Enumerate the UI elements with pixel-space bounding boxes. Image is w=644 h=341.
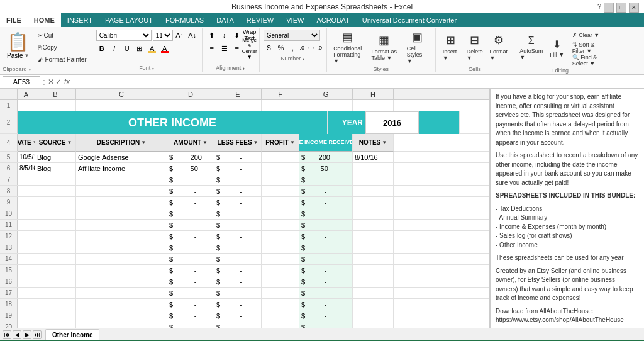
insert-button[interactable]: ⊞ Insert ▼	[440, 30, 462, 65]
cell-d5[interactable]: $ 200	[167, 152, 214, 162]
cell-f6[interactable]	[262, 163, 299, 174]
cell-b19[interactable]	[35, 310, 76, 321]
cell-c10[interactable]	[76, 208, 167, 219]
cell-f9[interactable]	[262, 197, 299, 208]
cell-a16[interactable]	[18, 276, 35, 287]
cell-d10[interactable]: $ -	[167, 208, 214, 219]
tab-data[interactable]: DATA	[210, 13, 240, 27]
cell-e16[interactable]: $ -	[214, 276, 262, 287]
header-profit[interactable]: PROFIT▼	[262, 134, 299, 152]
header-description[interactable]: DESCRIPTION▼	[76, 134, 167, 152]
bold-button[interactable]: B	[96, 43, 108, 54]
cell-b20[interactable]	[35, 321, 76, 328]
cell-c19[interactable]	[76, 310, 167, 321]
formula-input[interactable]	[72, 76, 641, 87]
cell-d7[interactable]: $ -	[167, 174, 214, 185]
name-box[interactable]	[3, 76, 40, 87]
cell-f17[interactable]	[262, 288, 299, 298]
format-painter-button[interactable]: 🖌 Format Painter	[35, 53, 89, 65]
col-header-c[interactable]: C	[76, 89, 167, 99]
cell-b9[interactable]	[35, 197, 76, 208]
tab-formulas[interactable]: FORMULAS	[159, 13, 210, 27]
align-left-button[interactable]: ≡	[206, 43, 218, 54]
cell-c8[interactable]	[76, 186, 167, 196]
cell-g13[interactable]: $ -	[299, 242, 353, 253]
tab-home[interactable]: HOME	[28, 13, 61, 27]
dollar-button[interactable]: $	[264, 42, 275, 53]
cell-b1[interactable]	[35, 100, 76, 111]
cell-e7[interactable]: $ -	[214, 174, 262, 185]
cell-a19[interactable]	[18, 310, 35, 321]
cell-e20[interactable]: $ -	[214, 321, 262, 328]
cell-c7[interactable]	[76, 174, 167, 185]
cell-h7[interactable]	[353, 174, 394, 185]
cell-a15[interactable]	[18, 265, 35, 276]
fill-color-button[interactable]: A	[147, 43, 158, 54]
cell-c5[interactable]: Google Adsense	[76, 152, 167, 162]
cell-c15[interactable]	[76, 265, 167, 276]
tab-review[interactable]: REVIEW	[240, 13, 280, 27]
cell-b17[interactable]	[35, 288, 76, 298]
cell-e1[interactable]	[214, 100, 262, 111]
cell-a20[interactable]	[18, 321, 35, 328]
cell-f1[interactable]	[262, 100, 299, 111]
format-as-table-button[interactable]: ▦ Format asTable ▼	[367, 30, 401, 65]
cell-h6[interactable]	[353, 163, 394, 174]
cell-a1[interactable]	[18, 100, 35, 111]
cell-e15[interactable]: $ -	[214, 265, 262, 276]
copy-button[interactable]: ⎘ Copy	[35, 42, 89, 53]
cell-h12[interactable]	[353, 231, 394, 242]
format-button[interactable]: ⚙ Format ▼	[487, 30, 510, 65]
cell-h15[interactable]	[353, 265, 394, 276]
cell-h14[interactable]	[353, 254, 394, 264]
cell-e12[interactable]: $ -	[214, 231, 262, 242]
cell-d20[interactable]: $ -	[167, 321, 214, 328]
cell-a6[interactable]: 8/5/16	[18, 163, 35, 174]
cell-a5[interactable]: 10/5/16	[18, 152, 35, 162]
cell-e5[interactable]: $ -	[214, 152, 262, 162]
font-size-select[interactable]: 11	[153, 30, 173, 41]
close-button[interactable]: ✕	[629, 3, 639, 13]
col-header-b[interactable]: B	[35, 89, 76, 99]
cell-h17[interactable]	[353, 288, 394, 298]
col-header-h[interactable]: H	[353, 89, 394, 99]
cell-e8[interactable]: $ -	[214, 186, 262, 196]
align-bottom-button[interactable]: ⬇	[231, 30, 243, 41]
cell-f18[interactable]	[262, 299, 299, 310]
cell-g16[interactable]: $ -	[299, 276, 353, 287]
cell-h2[interactable]	[419, 111, 460, 134]
cell-a14[interactable]	[18, 254, 35, 264]
cell-h20[interactable]	[353, 321, 394, 328]
cell-g9[interactable]: $ -	[299, 197, 353, 208]
cell-a13[interactable]	[18, 242, 35, 253]
cell-a17[interactable]	[18, 288, 35, 298]
tab-view[interactable]: VIEW	[280, 13, 310, 27]
tab-page-layout[interactable]: PAGE LAYOUT	[99, 13, 159, 27]
cell-h11[interactable]	[353, 220, 394, 230]
cell-e10[interactable]: $ -	[214, 208, 262, 219]
header-date-income[interactable]: DATE INCOME RECEIVED▼	[299, 134, 353, 152]
cell-h5[interactable]: 8/10/16	[353, 152, 394, 162]
inc-decimal-button[interactable]: .0→	[299, 42, 311, 53]
cell-f14[interactable]	[262, 254, 299, 264]
cell-c17[interactable]	[76, 288, 167, 298]
restore-button[interactable]: □	[616, 3, 626, 13]
cell-g1[interactable]	[299, 100, 353, 111]
cell-g8[interactable]: $ -	[299, 186, 353, 196]
number-format-select[interactable]: General	[264, 30, 320, 41]
dec-decimal-button[interactable]: ←.0	[311, 42, 323, 53]
cell-h8[interactable]	[353, 186, 394, 196]
cell-e9[interactable]: $ -	[214, 197, 262, 208]
cell-c11[interactable]	[76, 220, 167, 230]
cell-g7[interactable]: $ -	[299, 174, 353, 185]
sheet-nav-last[interactable]: ⏭	[33, 330, 42, 339]
percent-button[interactable]: %	[275, 42, 287, 53]
sort-filter-button[interactable]: ⇅ Sort &Filter ▼	[570, 42, 602, 53]
cell-b15[interactable]	[35, 265, 76, 276]
help-button[interactable]: ?	[597, 3, 601, 10]
cell-g15[interactable]: $ -	[299, 265, 353, 276]
font-color-button[interactable]: A	[159, 43, 170, 54]
cell-b6[interactable]: Blog	[35, 163, 76, 174]
cell-g11[interactable]: $ -	[299, 220, 353, 230]
sheet-nav-first[interactable]: ⏮	[3, 330, 11, 339]
